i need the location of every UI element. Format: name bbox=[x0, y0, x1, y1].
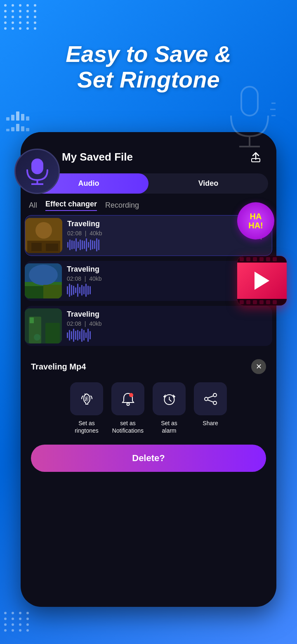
title-line1: Easy to Save & bbox=[0, 41, 297, 67]
svg-point-29 bbox=[129, 393, 133, 397]
app-title: My Saved File bbox=[62, 151, 133, 163]
waveform bbox=[67, 284, 246, 297]
svg-point-35 bbox=[213, 393, 217, 397]
share-action[interactable]: Share bbox=[194, 382, 227, 434]
bottom-panel-header: Traveling Mp4 ✕ bbox=[31, 359, 266, 374]
file-size: 40kb bbox=[90, 230, 102, 237]
file-name: Traveling bbox=[67, 310, 267, 319]
svg-text:♪: ♪ bbox=[84, 395, 87, 402]
file-meta: 02:08 | 40kb bbox=[67, 230, 245, 237]
svg-point-34 bbox=[173, 396, 175, 398]
alarm-label: Set asalarm bbox=[161, 419, 177, 434]
notification-label: set asNotifications bbox=[112, 419, 144, 434]
svg-point-33 bbox=[164, 396, 165, 398]
file-info: Traveling 02:08 | 40kb bbox=[62, 306, 272, 346]
bg-bars-left bbox=[6, 111, 29, 131]
svg-point-28 bbox=[127, 403, 129, 405]
file-thumbnail bbox=[25, 263, 62, 298]
svg-rect-13 bbox=[31, 243, 42, 251]
file-size: 40kb bbox=[89, 275, 101, 282]
waveform bbox=[67, 238, 245, 251]
file-duration: 02:08 bbox=[67, 230, 82, 237]
haha-badge: HAHA! bbox=[237, 202, 274, 239]
alarm-icon-box bbox=[153, 382, 186, 415]
set-ringtone-action[interactable]: ♪ Set asringtones bbox=[70, 382, 103, 434]
bottom-panel: Traveling Mp4 ✕ ♪ bbox=[21, 351, 276, 480]
file-name: Traveling bbox=[67, 265, 246, 274]
svg-line-39 bbox=[208, 400, 213, 402]
set-notification-action[interactable]: set asNotifications bbox=[111, 382, 144, 434]
svg-point-37 bbox=[213, 401, 217, 405]
svg-point-17 bbox=[29, 265, 58, 285]
bg-dots-topleft bbox=[4, 4, 38, 30]
file-meta: 02:08 | 40kb bbox=[67, 320, 267, 327]
category-all[interactable]: All bbox=[29, 201, 37, 210]
close-button[interactable]: ✕ bbox=[251, 359, 266, 374]
svg-line-32 bbox=[169, 400, 171, 401]
share-header-button[interactable] bbox=[248, 149, 264, 165]
waveform bbox=[67, 329, 267, 342]
bg-dots-bottomleft bbox=[4, 612, 31, 632]
action-row: ♪ Set asringtones set asNotificatio bbox=[31, 382, 266, 434]
title-line2: Set Ringtone bbox=[0, 67, 297, 92]
file-info: Traveling 02:08 | 40kb bbox=[62, 215, 250, 256]
file-item[interactable]: Traveling 02:08 | 40kb bbox=[25, 306, 272, 346]
svg-rect-23 bbox=[30, 317, 34, 323]
haha-text: HAHA! bbox=[248, 212, 263, 230]
category-row: All Effect changer Recording bbox=[21, 200, 276, 215]
ringtone-icon-box: ♪ bbox=[70, 382, 103, 415]
ringtone-label: Set asringtones bbox=[75, 419, 99, 434]
share-icon-box bbox=[194, 382, 227, 415]
svg-rect-6 bbox=[31, 159, 43, 174]
file-thumbnail bbox=[25, 308, 62, 343]
delete-button[interactable]: Delete? bbox=[31, 445, 266, 472]
category-effect-changer[interactable]: Effect changer bbox=[45, 200, 97, 211]
file-duration: 02:08 bbox=[67, 320, 81, 327]
svg-rect-19 bbox=[43, 285, 62, 298]
phone-frame: My Saved File Audio Video All Effect cha… bbox=[21, 132, 276, 607]
file-meta: 02:08 | 40kb bbox=[67, 275, 246, 282]
file-item[interactable]: Traveling 02:08 | 40kb bbox=[25, 261, 272, 301]
set-alarm-action[interactable]: Set asalarm bbox=[153, 382, 186, 434]
file-item[interactable]: Traveling 02:08 | 40kb bbox=[25, 215, 272, 256]
mic-avatar bbox=[14, 149, 60, 194]
file-info: Traveling 02:08 | 40kb bbox=[62, 261, 251, 301]
svg-point-11 bbox=[35, 222, 52, 239]
file-name: Traveling bbox=[67, 220, 245, 228]
share-label: Share bbox=[203, 419, 218, 427]
bg-mic-decoration bbox=[223, 83, 276, 150]
svg-rect-22 bbox=[45, 323, 60, 343]
notification-icon-box bbox=[111, 382, 144, 415]
svg-point-24 bbox=[34, 334, 40, 341]
tab-video[interactable]: Video bbox=[148, 173, 268, 194]
svg-rect-14 bbox=[46, 244, 58, 251]
svg-rect-18 bbox=[25, 286, 43, 298]
tab-row: Audio Video bbox=[29, 173, 268, 194]
file-thumbnail bbox=[25, 218, 62, 253]
file-size: 40kb bbox=[89, 320, 101, 327]
category-recording[interactable]: Recording bbox=[105, 201, 139, 210]
hero-title: Easy to Save & Set Ringtone bbox=[0, 41, 297, 92]
svg-point-36 bbox=[205, 397, 208, 400]
file-duration: 02:08 bbox=[67, 275, 81, 282]
panel-title: Traveling Mp4 bbox=[31, 362, 86, 372]
play-button-overlay[interactable] bbox=[237, 256, 287, 305]
svg-line-38 bbox=[208, 396, 213, 398]
